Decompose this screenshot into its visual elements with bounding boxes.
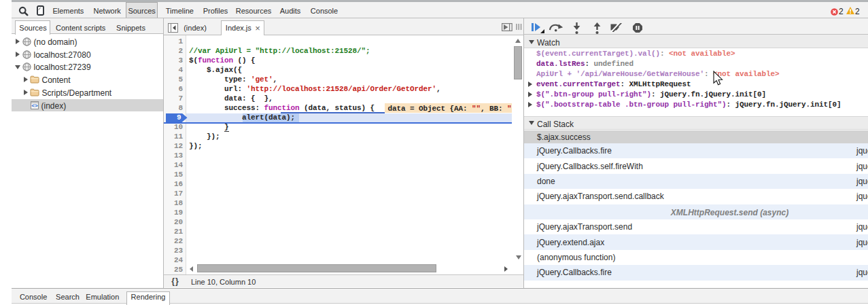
svg-text:<>: <> — [31, 103, 38, 109]
